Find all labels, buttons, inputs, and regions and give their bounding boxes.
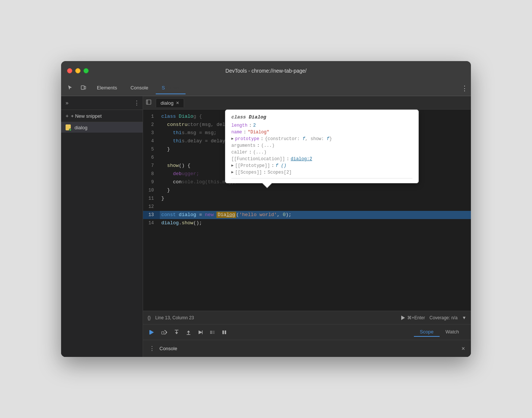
device-toolbar-btn[interactable] — [77, 83, 89, 93]
coverage-dropdown-icon[interactable]: ▼ — [462, 315, 466, 320]
editor-tab-close-btn[interactable]: ✕ — [176, 101, 179, 105]
traffic-lights — [67, 68, 89, 73]
status-bar-right: ⌘+Enter Coverage: n/a ▼ — [401, 315, 466, 320]
tab-sources[interactable]: Sources — [156, 82, 186, 94]
svg-marker-6 — [166, 331, 167, 333]
more-tabs-btn[interactable]: ⋮ — [461, 84, 468, 92]
tab-console[interactable]: Console — [124, 82, 154, 94]
svg-rect-0 — [81, 86, 84, 89]
tooltip-row-proto2[interactable]: ▶ [[Prototype]] : f () — [231, 163, 412, 168]
console-more-btn[interactable]: ⋮ — [149, 345, 155, 352]
run-snippet-btn[interactable]: ⌘+Enter — [401, 315, 425, 320]
line-content-13: const dialog = new Dialog('hello world',… — [160, 211, 471, 219]
step-btn[interactable] — [197, 329, 203, 335]
tooltip-value-caller: (...) — [253, 150, 266, 155]
tooltip-colon-proto2: : — [272, 163, 274, 168]
tooltip-row-prototype[interactable]: ▶ prototype : {constructor: f, show: f} — [231, 136, 412, 142]
run-icon — [401, 316, 405, 320]
svg-marker-14 — [199, 330, 202, 334]
code-line-13: 13 const dialog = new Dialog('hello worl… — [143, 211, 471, 219]
sidebar-more-btn[interactable]: ⋮ — [134, 99, 140, 107]
tooltip-title: class Dialog — [231, 114, 412, 120]
tab-watch[interactable]: Watch — [440, 327, 465, 337]
line-num-13: 13 — [143, 211, 160, 219]
file-icon — [66, 124, 72, 130]
code-line-11: 11 } — [143, 194, 471, 203]
line-num-6: 6 — [143, 153, 160, 162]
step-out-btn[interactable] — [186, 329, 191, 335]
maximize-button[interactable] — [83, 68, 89, 73]
file-icon-shape — [66, 124, 71, 130]
tooltip-colon-args: : — [257, 143, 260, 148]
new-snippet-button[interactable]: + + New snippet — [61, 110, 143, 122]
sidebar: » ⋮ + + New snippet dialog — [61, 96, 143, 357]
tooltip-row-scopes[interactable]: ▶ [[Scopes]] : Scopes[2] — [231, 170, 412, 175]
expand-prototype-icon[interactable]: ▶ — [231, 136, 234, 141]
line-num-11: 11 — [143, 194, 160, 203]
svg-rect-5 — [149, 330, 150, 335]
tooltip-key-prototype: prototype — [235, 136, 259, 142]
tooltip-key-length: length — [231, 123, 247, 128]
editor-tab-label: dialog — [161, 100, 174, 106]
code-line-14: 14 dialog.show(); — [143, 219, 471, 227]
tooltip-value-funcloc[interactable]: dialog:2 — [291, 156, 312, 162]
tooltip-value-scopes: Scopes[2] — [267, 170, 292, 175]
tooltip-divider — [231, 178, 412, 178]
editor-tab-dialog[interactable]: dialog ✕ — [156, 98, 184, 107]
console-close-btn[interactable]: × — [462, 345, 465, 352]
sidebar-item-label: dialog — [75, 125, 88, 130]
coverage-label: Coverage: n/a — [430, 315, 457, 320]
cursor-tool-btn[interactable] — [64, 83, 76, 93]
resume-btn[interactable] — [149, 329, 155, 335]
expand-proto2-icon[interactable]: ▶ — [231, 163, 234, 168]
close-button[interactable] — [67, 68, 72, 73]
new-snippet-label: + New snippet — [71, 113, 102, 119]
sidebar-expand-btn[interactable]: » — [64, 99, 70, 107]
tooltip-colon-caller: : — [249, 150, 251, 155]
line-content-10: } — [160, 186, 471, 194]
titlebar: DevTools - chrome://new-tab-page/ — [61, 61, 471, 80]
console-bar: ⋮ Console × — [143, 340, 471, 357]
console-label: Console — [159, 346, 177, 351]
tooltip-row-length: length : 2 — [231, 123, 412, 128]
line-num-2: 2 — [143, 121, 160, 129]
line-num-14: 14 — [143, 219, 160, 227]
plus-icon: + — [66, 113, 69, 119]
tab-elements[interactable]: Elements — [91, 82, 123, 94]
status-bar: {} Line 13, Column 23 ⌘+Enter Coverage: … — [143, 311, 471, 324]
line-num-12: 12 — [143, 203, 160, 211]
sidebar-toggle-btn[interactable] — [146, 99, 151, 106]
line-content-11: } — [160, 194, 471, 203]
tooltip-arrow — [263, 183, 272, 187]
line-num-10: 10 — [143, 186, 160, 194]
deactivate-breakpoints-btn[interactable] — [209, 329, 215, 335]
sidebar-header: » ⋮ — [61, 96, 143, 110]
minimize-button[interactable] — [75, 68, 80, 73]
debug-toolbar: Scope Watch — [143, 324, 471, 340]
cursor-position: Line 13, Column 23 — [155, 315, 194, 320]
sidebar-item-dialog[interactable]: dialog — [61, 122, 143, 133]
line-num-5: 5 — [143, 145, 160, 153]
svg-rect-22 — [222, 330, 224, 334]
editor-tab-bar: dialog ✕ — [143, 96, 471, 110]
window-title: DevTools - chrome://new-tab-page/ — [225, 68, 307, 74]
file-icon-dot — [69, 129, 72, 131]
tooltip-value-arguments: (...) — [261, 143, 275, 148]
step-over-btn[interactable] — [161, 329, 168, 336]
tooltip-row-caller: caller : (...) — [231, 150, 412, 155]
step-into-btn[interactable] — [174, 329, 180, 335]
svg-marker-4 — [150, 330, 154, 335]
line-num-1: 1 — [143, 113, 160, 121]
tooltip-key-funcloc: [[FunctionLocation]] — [231, 156, 285, 162]
tooltip-row-funcloc: [[FunctionLocation]] : dialog:2 — [231, 156, 412, 162]
format-btn[interactable]: {} — [148, 315, 151, 320]
tooltip-colon-name: : — [244, 130, 246, 135]
svg-marker-9 — [175, 332, 178, 334]
tooltip-key-arguments: arguments — [231, 143, 256, 148]
expand-scopes-icon[interactable]: ▶ — [231, 170, 234, 174]
tab-scope[interactable]: Scope — [414, 327, 440, 337]
run-shortcut: ⌘+Enter — [407, 315, 425, 320]
pause-on-exceptions-btn[interactable] — [221, 329, 227, 335]
code-editor: class Dialog length : 2 name : "Dialog" … — [143, 110, 471, 311]
tooltip-row-name: name : "Dialog" — [231, 130, 412, 135]
